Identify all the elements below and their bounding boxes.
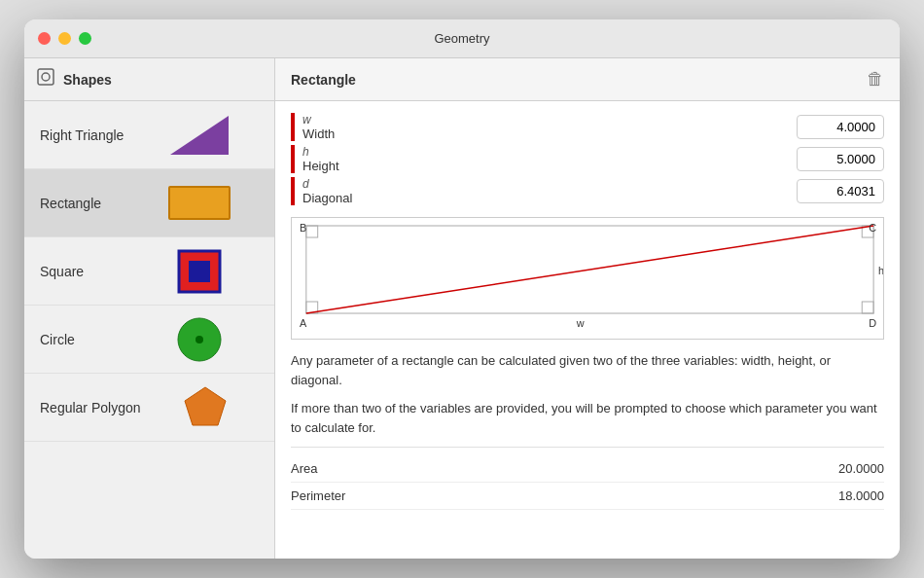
description-line1: Any parameter of a rectangle can be calc… xyxy=(291,351,884,389)
param-indicator-diagonal xyxy=(291,177,295,205)
param-input-diagonal[interactable] xyxy=(797,179,884,203)
sidebar-item-regular-polygon[interactable]: Regular Polygon xyxy=(24,374,274,442)
sidebar-title: Shapes xyxy=(63,72,112,88)
sidebar-header: Shapes xyxy=(24,58,274,101)
svg-point-7 xyxy=(195,336,203,343)
result-label-area: Area xyxy=(291,461,317,476)
square-icon xyxy=(139,247,259,296)
sidebar-item-right-triangle[interactable]: Right Triangle xyxy=(24,101,274,169)
svg-text:D: D xyxy=(869,317,876,329)
shapes-icon xyxy=(36,67,55,91)
result-row-perimeter: Perimeter 18.0000 xyxy=(291,483,884,510)
window-title: Geometry xyxy=(434,31,489,46)
param-row-diagonal: d Diagonal xyxy=(291,177,884,205)
param-indicator-width xyxy=(291,113,295,141)
sidebar: Shapes Right Triangle Rectangle xyxy=(24,58,275,559)
result-value-perimeter: 18.0000 xyxy=(838,488,884,503)
param-name-diagonal: Diagonal xyxy=(302,191,797,205)
sidebar-label-square: Square xyxy=(40,264,127,279)
param-input-width[interactable] xyxy=(797,115,884,139)
sidebar-label-right-triangle: Right Triangle xyxy=(40,127,127,143)
param-var-height: h xyxy=(302,145,797,159)
param-var-diagonal: d xyxy=(302,177,797,191)
sidebar-label-rectangle: Rectangle xyxy=(40,196,127,211)
svg-marker-8 xyxy=(185,387,226,425)
svg-line-14 xyxy=(306,226,873,313)
sidebar-item-rectangle[interactable]: Rectangle xyxy=(24,169,274,237)
param-name-width: Width xyxy=(302,126,797,141)
sidebar-item-square[interactable]: Square xyxy=(24,237,274,306)
content-area: Shapes Right Triangle Rectangle xyxy=(24,58,900,559)
param-info-width: w Width xyxy=(302,113,797,141)
svg-marker-2 xyxy=(170,116,229,155)
rectangle-icon xyxy=(139,181,259,225)
minimize-button[interactable] xyxy=(58,32,71,45)
svg-rect-3 xyxy=(169,187,230,219)
param-name-height: Height xyxy=(302,159,797,173)
window-controls xyxy=(24,32,91,45)
svg-rect-0 xyxy=(38,69,53,85)
sidebar-item-circle[interactable]: Circle xyxy=(24,306,274,374)
results-divider xyxy=(291,447,884,448)
main-content: w Width h Height xyxy=(275,101,900,559)
svg-rect-13 xyxy=(862,302,873,313)
svg-text:h: h xyxy=(878,265,883,276)
main-header: Rectangle 🗑 xyxy=(275,58,900,101)
svg-text:A: A xyxy=(300,317,307,329)
sidebar-label-circle: Circle xyxy=(40,332,127,347)
result-value-area: 20.0000 xyxy=(838,461,884,476)
svg-point-1 xyxy=(42,73,50,81)
maximize-button[interactable] xyxy=(79,32,91,45)
titlebar: Geometry xyxy=(24,19,900,58)
main-window: Geometry Shapes Right Triangle xyxy=(24,19,900,559)
svg-text:B: B xyxy=(300,222,306,234)
svg-rect-10 xyxy=(306,226,318,237)
param-input-height[interactable] xyxy=(797,147,884,171)
param-row-width: w Width xyxy=(291,113,884,141)
svg-text:w: w xyxy=(576,317,585,329)
rectangle-diagram: A B C D w h xyxy=(291,217,884,340)
delete-button[interactable]: 🗑 xyxy=(867,69,884,90)
close-button[interactable] xyxy=(38,32,51,45)
params-section: w Width h Height xyxy=(291,113,884,205)
param-row-height: h Height xyxy=(291,145,884,173)
main-panel: Rectangle 🗑 w Width xyxy=(275,58,900,559)
param-info-height: h Height xyxy=(302,145,797,173)
svg-text:C: C xyxy=(869,222,876,234)
right-triangle-icon xyxy=(139,111,259,160)
result-row-area: Area 20.0000 xyxy=(291,455,884,483)
description-line2: If more than two of the variables are pr… xyxy=(291,399,884,437)
main-title: Rectangle xyxy=(291,72,356,88)
result-label-perimeter: Perimeter xyxy=(291,488,345,503)
circle-icon xyxy=(139,315,259,364)
sidebar-label-regular-polygon: Regular Polygon xyxy=(40,400,141,415)
param-info-diagonal: d Diagonal xyxy=(302,177,797,205)
regular-polygon-icon xyxy=(153,383,259,432)
svg-rect-5 xyxy=(189,261,210,282)
param-indicator-height xyxy=(291,145,295,173)
param-var-width: w xyxy=(302,113,797,126)
